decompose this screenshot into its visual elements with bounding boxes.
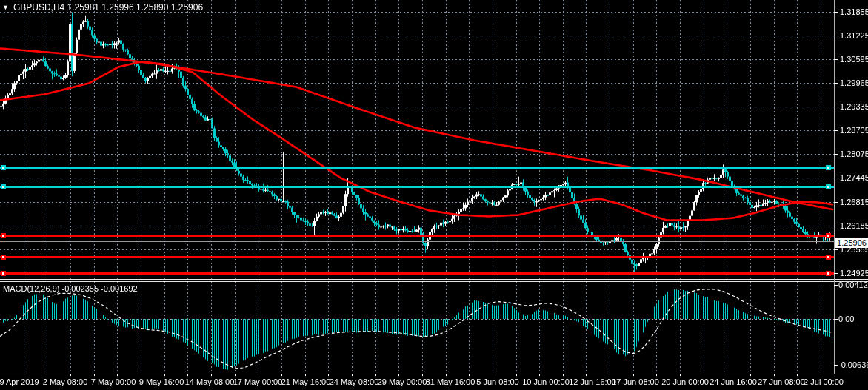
resistance-line-2-right-handle[interactable]	[826, 184, 831, 189]
time-tick-label: 27 Jun 08:00	[758, 377, 805, 386]
handle-dot	[2, 167, 4, 169]
price-tick-label: 1.31225	[840, 31, 868, 40]
price-tick-label: 1.24925	[840, 269, 868, 278]
handle-dot	[2, 256, 4, 258]
support-line-2[interactable]	[0, 256, 834, 258]
resistance-line-2[interactable]	[0, 186, 834, 188]
macd-indicator-label: MACD(12,26,9) -0.002355 -0.001692	[3, 284, 138, 293]
time-tick-label: 14 May 08:00	[185, 377, 235, 386]
macd-tick-label: 0.00	[838, 315, 854, 323]
price-tick-label: 1.30595	[840, 55, 868, 64]
handle-dot	[2, 235, 4, 237]
time-tick-label: 7 May 00:00	[91, 377, 136, 386]
time-tick-label: 31 May 16:00	[426, 377, 475, 386]
support-line-2-left-handle[interactable]	[1, 255, 6, 260]
resistance-line-1-right-handle[interactable]	[826, 165, 831, 170]
price-tick-label: 1.28075	[840, 149, 868, 158]
time-tick-label: 2 May 08:00	[43, 377, 88, 386]
handle-dot	[827, 186, 829, 188]
chart-window: ▼GBPUSD,H4 1.25981 1.25996 1.25890 1.259…	[0, 0, 868, 390]
time-tick-label: 2 Jul 00:00	[804, 377, 844, 386]
handle-dot	[827, 235, 829, 237]
price-tick-label: 1.26185	[840, 221, 868, 230]
support-line-1[interactable]	[0, 235, 834, 237]
time-tick-label: 24 Jun 16:00	[710, 377, 757, 386]
time-tick-label: 10 Jun 00:00	[522, 377, 570, 386]
support-line-1-right-handle[interactable]	[826, 233, 831, 238]
handle-dot	[827, 256, 829, 258]
support-line-3-right-handle[interactable]	[826, 271, 831, 276]
time-tick-label: 12 Jun 16:00	[569, 377, 616, 386]
resistance-line-1-left-handle[interactable]	[1, 165, 6, 170]
time-tick-label: 29 Apr 2019	[0, 377, 39, 386]
macd-tick-label: -0.006367	[838, 360, 868, 369]
symbol-ohlc-text: GBPUSD,H4 1.25981 1.25996 1.25890 1.2590…	[13, 2, 203, 13]
resistance-line-1[interactable]	[0, 167, 834, 169]
time-tick-label: 17 Jun 08:00	[612, 377, 659, 386]
price-tick-label: 1.29335	[840, 102, 868, 111]
current-price-tag: 1.25906	[835, 238, 868, 248]
time-tick-label: 5 Jun 08:00	[476, 377, 519, 386]
time-tick-label: 29 May 00:00	[378, 377, 427, 386]
support-line-1-left-handle[interactable]	[1, 233, 6, 238]
support-line-2-right-handle[interactable]	[826, 255, 831, 260]
price-tick-label: 1.28705	[840, 126, 868, 135]
bid-line[interactable]	[0, 241, 834, 242]
chevron-down-icon[interactable]: ▼	[2, 4, 9, 11]
price-tick-label: 1.27445	[840, 173, 868, 182]
price-chart-canvas[interactable]	[0, 0, 868, 390]
support-line-3[interactable]	[0, 272, 834, 275]
time-tick-label: 20 Jun 00:00	[661, 377, 709, 386]
price-tick-label: 1.26815	[840, 198, 868, 206]
time-tick-label: 17 May 00:00	[233, 377, 283, 386]
price-tick-label: 1.29965	[840, 78, 868, 87]
resistance-line-2-left-handle[interactable]	[1, 184, 6, 189]
support-line-3-left-handle[interactable]	[1, 271, 6, 276]
handle-dot	[2, 272, 4, 275]
price-tick-label: 1.31855	[840, 7, 868, 16]
symbol-ohlc-label: ▼GBPUSD,H4 1.25981 1.25996 1.25890 1.259…	[2, 2, 203, 13]
time-tick-label: 9 May 16:00	[139, 377, 184, 386]
handle-dot	[827, 272, 829, 275]
time-tick-label: 24 May 08:00	[330, 377, 379, 386]
handle-dot	[827, 167, 829, 169]
time-tick-label: 21 May 16:00	[281, 377, 331, 386]
handle-dot	[2, 186, 4, 188]
macd-tick-label: 0.004121	[838, 280, 868, 289]
